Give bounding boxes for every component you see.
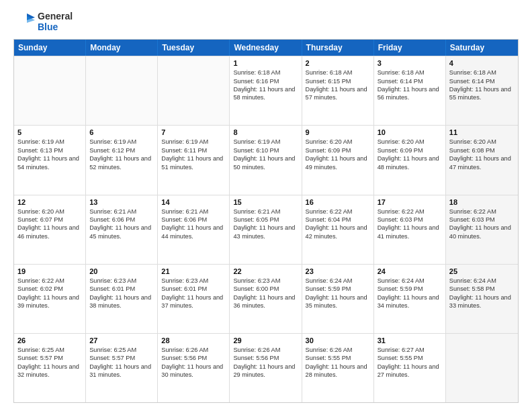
day-number: 8 [233,128,298,136]
sunset-text: Sunset: 6:08 PM [449,146,515,154]
daylight-text: Daylight: 11 hours and 40 minutes. [449,224,515,240]
col-header-wednesday: Wednesday [230,40,302,56]
day-cell-7: 7Sunrise: 6:19 AMSunset: 6:11 PMDaylight… [158,126,230,194]
sunrise-text: Sunrise: 6:19 AM [161,138,226,146]
daylight-text: Daylight: 11 hours and 35 minutes. [306,293,370,310]
day-number: 16 [306,198,370,206]
sunset-text: Sunset: 6:03 PM [449,216,515,224]
day-cell-20: 20Sunrise: 6:23 AMSunset: 6:01 PMDayligh… [86,265,158,333]
sunset-text: Sunset: 6:02 PM [17,285,82,293]
daylight-text: Daylight: 11 hours and 56 minutes. [378,85,442,102]
week-row-3: 12Sunrise: 6:20 AMSunset: 6:07 PMDayligh… [14,195,518,264]
daylight-text: Daylight: 11 hours and 41 minutes. [378,224,442,240]
col-header-monday: Monday [86,40,158,56]
day-cell-29: 29Sunrise: 6:26 AMSunset: 5:56 PMDayligh… [230,334,302,402]
col-header-saturday: Saturday [446,40,518,56]
sunrise-text: Sunrise: 6:25 AM [89,346,154,354]
empty-cell-4-6 [446,334,518,402]
day-number: 29 [233,336,298,345]
sunrise-text: Sunrise: 6:27 AM [378,346,442,354]
sunset-text: Sunset: 6:01 PM [161,285,226,293]
daylight-text: Daylight: 11 hours and 30 minutes. [161,363,226,379]
day-number: 4 [449,59,515,67]
day-number: 18 [449,198,515,206]
day-cell-28: 28Sunrise: 6:26 AMSunset: 5:56 PMDayligh… [158,334,230,402]
day-number: 11 [449,128,515,136]
sunrise-text: Sunrise: 6:26 AM [306,346,370,354]
col-header-sunday: Sunday [14,40,86,56]
daylight-text: Daylight: 11 hours and 36 minutes. [233,293,298,310]
sunset-text: Sunset: 5:56 PM [161,354,226,362]
sunset-text: Sunset: 6:14 PM [449,77,515,85]
day-number: 21 [161,267,226,275]
sunrise-text: Sunrise: 6:18 AM [306,68,370,77]
sunrise-text: Sunrise: 6:20 AM [306,138,370,146]
daylight-text: Daylight: 11 hours and 45 minutes. [89,224,154,240]
daylight-text: Daylight: 11 hours and 27 minutes. [378,363,442,379]
daylight-text: Daylight: 11 hours and 42 minutes. [306,224,370,240]
week-row-2: 5Sunrise: 6:19 AMSunset: 6:13 PMDaylight… [14,125,518,194]
day-number: 31 [378,336,442,345]
sunrise-text: Sunrise: 6:20 AM [449,138,515,146]
sunrise-text: Sunrise: 6:23 AM [161,277,226,285]
daylight-text: Daylight: 11 hours and 37 minutes. [161,293,226,310]
day-cell-1: 1Sunrise: 6:18 AMSunset: 6:16 PMDaylight… [230,56,302,125]
day-cell-25: 25Sunrise: 6:24 AMSunset: 5:58 PMDayligh… [446,265,518,333]
daylight-text: Daylight: 11 hours and 29 minutes. [233,363,298,379]
day-number: 26 [17,336,82,345]
sunrise-text: Sunrise: 6:21 AM [161,208,226,216]
day-cell-4: 4Sunrise: 6:18 AMSunset: 6:14 PMDaylight… [446,56,518,125]
daylight-text: Daylight: 11 hours and 52 minutes. [89,154,154,171]
day-number: 13 [89,198,154,206]
daylight-text: Daylight: 11 hours and 43 minutes. [233,224,298,240]
sunrise-text: Sunrise: 6:22 AM [17,277,82,285]
sunset-text: Sunset: 6:10 PM [233,146,298,154]
day-number: 30 [306,336,370,345]
sunrise-text: Sunrise: 6:19 AM [89,138,154,146]
sunrise-text: Sunrise: 6:20 AM [17,208,82,216]
daylight-text: Daylight: 11 hours and 55 minutes. [449,85,515,102]
daylight-text: Daylight: 11 hours and 49 minutes. [306,154,370,171]
week-row-5: 26Sunrise: 6:25 AMSunset: 5:57 PMDayligh… [14,333,518,402]
sunrise-text: Sunrise: 6:21 AM [89,208,154,216]
sunrise-text: Sunrise: 6:20 AM [378,138,442,146]
sunset-text: Sunset: 6:01 PM [89,285,154,293]
calendar: SundayMondayTuesdayWednesdayThursdayFrid… [13,39,519,403]
day-cell-6: 6Sunrise: 6:19 AMSunset: 6:12 PMDaylight… [86,126,158,194]
day-cell-15: 15Sunrise: 6:21 AMSunset: 6:05 PMDayligh… [230,195,302,264]
sunrise-text: Sunrise: 6:22 AM [378,208,442,216]
daylight-text: Daylight: 11 hours and 50 minutes. [233,154,298,171]
sunset-text: Sunset: 5:58 PM [449,285,515,293]
sunrise-text: Sunrise: 6:26 AM [233,346,298,354]
day-cell-3: 3Sunrise: 6:18 AMSunset: 6:14 PMDaylight… [374,56,446,125]
day-cell-18: 18Sunrise: 6:22 AMSunset: 6:03 PMDayligh… [446,195,518,264]
empty-cell-0-2 [158,56,230,125]
sunset-text: Sunset: 5:55 PM [306,354,370,362]
day-number: 7 [161,128,226,136]
day-number: 9 [306,128,370,136]
day-number: 12 [17,198,82,206]
sunset-text: Sunset: 6:03 PM [378,216,442,224]
sunset-text: Sunset: 6:13 PM [17,146,82,154]
sunrise-text: Sunrise: 6:22 AM [306,208,370,216]
daylight-text: Daylight: 11 hours and 31 minutes. [89,363,154,379]
day-number: 22 [233,267,298,275]
sunrise-text: Sunrise: 6:18 AM [449,68,515,77]
sunset-text: Sunset: 6:15 PM [306,77,370,85]
sunset-text: Sunset: 6:09 PM [306,146,370,154]
week-row-4: 19Sunrise: 6:22 AMSunset: 6:02 PMDayligh… [14,264,518,333]
daylight-text: Daylight: 11 hours and 51 minutes. [161,154,226,171]
sunrise-text: Sunrise: 6:24 AM [449,277,515,285]
day-cell-13: 13Sunrise: 6:21 AMSunset: 6:06 PMDayligh… [86,195,158,264]
sunset-text: Sunset: 6:07 PM [17,216,82,224]
day-number: 3 [378,59,442,67]
sunset-text: Sunset: 5:56 PM [233,354,298,362]
col-header-friday: Friday [374,40,446,56]
day-cell-24: 24Sunrise: 6:24 AMSunset: 5:59 PMDayligh… [374,265,446,333]
col-header-thursday: Thursday [302,40,374,56]
sunset-text: Sunset: 6:16 PM [233,77,298,85]
day-cell-12: 12Sunrise: 6:20 AMSunset: 6:07 PMDayligh… [14,195,86,264]
sunrise-text: Sunrise: 6:21 AM [233,208,298,216]
sunrise-text: Sunrise: 6:25 AM [17,346,82,354]
logo-blue-text: Blue [38,21,73,32]
